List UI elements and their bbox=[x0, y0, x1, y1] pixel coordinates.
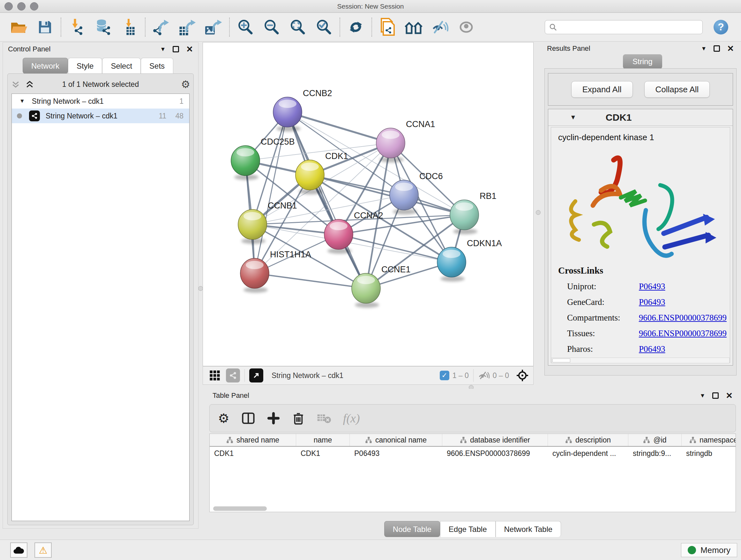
search-input[interactable] bbox=[545, 20, 703, 34]
network-row-selected[interactable]: String Network – cdk1 11 48 bbox=[12, 109, 189, 123]
network-view-mode-button[interactable] bbox=[226, 368, 240, 382]
export-image-button[interactable] bbox=[200, 16, 226, 39]
open-session-button[interactable] bbox=[6, 16, 32, 39]
table-panel-float-icon[interactable] bbox=[712, 392, 719, 399]
import-network-database-button[interactable] bbox=[90, 16, 116, 39]
memory-button[interactable]: Memory bbox=[681, 543, 737, 557]
table-cell[interactable]: CDK1 bbox=[296, 449, 350, 458]
zoom-selected-button[interactable] bbox=[311, 16, 337, 39]
table-cell[interactable]: stringdb bbox=[682, 449, 736, 458]
crosslink-label: Uniprot: bbox=[567, 282, 639, 292]
node-CCNE1[interactable] bbox=[352, 273, 381, 308]
table-horizontal-scrollbar[interactable] bbox=[209, 505, 736, 512]
save-session-button[interactable] bbox=[32, 16, 58, 39]
expand-all-button[interactable]: Expand All bbox=[571, 81, 633, 98]
node-CDKN1A[interactable] bbox=[437, 247, 466, 282]
first-neighbors-button[interactable] bbox=[401, 16, 427, 39]
node-CCNB2[interactable] bbox=[273, 97, 302, 132]
grid-view-button[interactable] bbox=[209, 370, 220, 381]
table-tab-network-table[interactable]: Network Table bbox=[495, 521, 561, 537]
network-collection-row[interactable]: ▼ String Network – cdk1 1 bbox=[12, 94, 189, 109]
table-tab-edge-table[interactable]: Edge Table bbox=[440, 521, 495, 537]
zoom-fit-button[interactable] bbox=[285, 16, 311, 39]
edge-HIST1H1A-CCNE1[interactable] bbox=[255, 273, 366, 288]
crosslink-link[interactable]: 9606.ENSP00000378699 bbox=[639, 328, 727, 338]
left-splitter-handle[interactable] bbox=[198, 286, 203, 291]
node-RB1[interactable] bbox=[450, 200, 479, 234]
fit-selected-button[interactable] bbox=[516, 369, 529, 382]
table-cell[interactable]: stringdb:9... bbox=[628, 449, 682, 458]
table-row[interactable]: CDK1CDK1P064939606.ENSP00000378699cyclin… bbox=[210, 447, 736, 460]
node-label-RB1: RB1 bbox=[480, 191, 496, 201]
right-splitter-handle[interactable] bbox=[536, 210, 541, 215]
edge-CCNB2-CCNE1[interactable] bbox=[287, 112, 366, 288]
help-button[interactable]: ? bbox=[714, 20, 728, 35]
crosslink-link[interactable]: 9606.ENSP00000378699 bbox=[639, 313, 727, 323]
node-table[interactable]: shared namenamecanonical namedatabase id… bbox=[209, 434, 736, 512]
scrollbar-thumb[interactable] bbox=[213, 506, 267, 511]
table-panel-menu-icon[interactable]: ▼ bbox=[699, 392, 705, 399]
results-panel-float-icon[interactable] bbox=[714, 45, 720, 52]
crosslink-link[interactable]: P06493 bbox=[639, 282, 665, 292]
toolbar-separator bbox=[61, 17, 61, 37]
table-tab-node-table[interactable]: Node Table bbox=[384, 521, 440, 537]
delete-column-icon[interactable] bbox=[292, 412, 305, 425]
column-header-sharedname[interactable]: shared name bbox=[210, 434, 296, 446]
node-CDC25B[interactable] bbox=[231, 145, 260, 180]
node-CCNB1[interactable] bbox=[238, 209, 267, 244]
table-settings-gear-icon[interactable]: ⚙ bbox=[218, 411, 229, 426]
show-columns-icon[interactable] bbox=[242, 412, 255, 425]
control-panel-float-icon[interactable] bbox=[173, 46, 179, 52]
control-tab-select[interactable]: Select bbox=[102, 58, 141, 74]
hide-selected-button[interactable] bbox=[427, 16, 453, 39]
export-table-button[interactable] bbox=[174, 16, 200, 39]
column-header-namespace[interactable]: namespace bbox=[682, 434, 736, 446]
edge-CCNB2-HIST1H1A[interactable] bbox=[255, 112, 287, 273]
import-network-file-button[interactable] bbox=[64, 16, 90, 39]
table-panel-close-icon[interactable]: ✕ bbox=[726, 391, 733, 401]
table-cell[interactable]: CDK1 bbox=[210, 449, 296, 458]
column-header-canonicalname[interactable]: canonical name bbox=[350, 434, 442, 446]
delete-table-icon[interactable] bbox=[317, 413, 331, 424]
node-label-CDK1: CDK1 bbox=[325, 151, 348, 161]
node-HIST1H1A[interactable] bbox=[240, 258, 269, 293]
string-app-button[interactable] bbox=[375, 16, 401, 39]
show-all-button[interactable] bbox=[453, 16, 479, 39]
control-tab-sets[interactable]: Sets bbox=[141, 58, 173, 74]
import-table-button[interactable] bbox=[116, 16, 142, 39]
table-cell[interactable]: cyclin-dependent ... bbox=[548, 449, 628, 458]
tree-expand-icon[interactable]: ▼ bbox=[19, 98, 25, 105]
control-panel-close-icon[interactable]: ✕ bbox=[186, 44, 193, 54]
control-tab-style[interactable]: Style bbox=[68, 58, 102, 74]
crosslink-link[interactable]: P06493 bbox=[639, 344, 665, 354]
column-header-databaseidentifier[interactable]: database identifier bbox=[442, 434, 548, 446]
results-scrollbar[interactable] bbox=[551, 358, 730, 363]
section-collapse-icon[interactable]: ▼ bbox=[570, 114, 576, 121]
zoom-in-button[interactable] bbox=[232, 16, 259, 39]
collapse-all-button[interactable]: Collapse All bbox=[644, 81, 710, 98]
control-panel-menu-icon[interactable]: ▼ bbox=[160, 46, 165, 53]
control-tab-network[interactable]: Network bbox=[23, 58, 68, 74]
tab-string[interactable]: String bbox=[623, 54, 662, 69]
table-cell[interactable]: 9606.ENSP00000378699 bbox=[442, 449, 548, 458]
table-cell[interactable]: P06493 bbox=[350, 449, 442, 458]
export-network-button[interactable] bbox=[148, 16, 174, 39]
crosslink-link[interactable]: P06493 bbox=[639, 297, 665, 307]
node-CCNA1[interactable] bbox=[376, 128, 405, 163]
warnings-button[interactable]: ⚠ bbox=[35, 543, 52, 558]
add-column-icon[interactable] bbox=[267, 412, 280, 425]
table-header-row: shared namenamecanonical namedatabase id… bbox=[210, 434, 736, 447]
function-builder-icon[interactable]: f(x) bbox=[343, 411, 360, 425]
refresh-view-button[interactable] bbox=[343, 16, 369, 39]
zoom-out-button[interactable] bbox=[259, 16, 285, 39]
edge-CCNB2-CCNA1[interactable] bbox=[287, 112, 391, 143]
column-header-id[interactable]: @id bbox=[628, 434, 682, 446]
column-header-description[interactable]: description bbox=[548, 434, 628, 446]
results-panel-menu-icon[interactable]: ▼ bbox=[701, 45, 706, 52]
results-panel-close-icon[interactable]: ✕ bbox=[727, 44, 734, 54]
cloud-button[interactable] bbox=[10, 543, 27, 558]
selected-checkbox-icon[interactable]: ✓ bbox=[440, 371, 449, 380]
network-view-canvas[interactable]: CCNB2CCNA1CDC25BCDK1CDC6RB1CCNB1CCNA2CDK… bbox=[203, 42, 534, 366]
column-header-name[interactable]: name bbox=[296, 434, 350, 446]
detach-view-button[interactable] bbox=[249, 368, 263, 382]
